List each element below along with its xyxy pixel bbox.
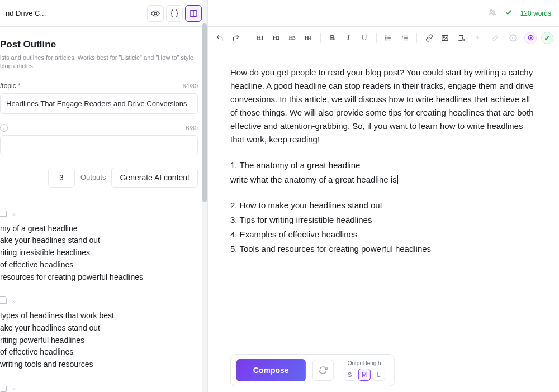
list-item: ake your headlines stand out [0,235,200,247]
list-item: my of a great headline [0,223,200,235]
scrollbar-thumb[interactable] [202,23,207,202]
text-cursor [397,175,398,184]
editor-pane: 120 words H1 H2 H3 H4 B I U [208,0,559,392]
undo-button[interactable] [214,31,226,45]
h4-button[interactable]: H4 [302,31,315,45]
list-item: riting powerful headlines [0,334,200,347]
compose-button[interactable]: Compose [236,359,306,381]
redo-button[interactable] [230,31,243,45]
code-view-button[interactable] [166,5,183,22]
svg-point-3 [490,10,492,12]
h3-button[interactable]: H3 [286,31,299,45]
copy-icon[interactable] [0,211,7,217]
ordered-list-button[interactable] [399,31,411,45]
list-item: ake your headlines stand out [0,322,200,334]
svg-point-8 [386,35,386,36]
doc-title: nd Drive C... [6,9,46,17]
svg-point-19 [512,37,514,39]
collaborators-icon[interactable] [488,8,497,18]
ai-settings-button[interactable] [506,31,520,45]
outline-item[interactable]: 4. Examples of effective headlines [230,228,537,241]
generate-button[interactable]: Generate AI content [111,168,198,188]
sidebar: nd Drive C... Post Outline ists and outl… [0,0,208,392]
result-block-3: » a catchy headline n easy-to-read style… [0,385,200,392]
regenerate-button[interactable] [312,360,334,381]
copy-icon[interactable] [0,298,7,304]
layout-split-icon [189,9,198,18]
template-description: ists and outlines for articles. Works be… [0,54,200,71]
toolbar-separator [376,33,377,43]
bold-button[interactable]: B [326,31,339,45]
outline-item[interactable]: 3. Tips for writing irresistible headlin… [230,213,537,227]
underline-button[interactable]: U [358,31,371,45]
clear-format-button[interactable] [454,31,467,45]
tone-counter: 6/80 [186,125,198,131]
template-name: Post Outline [0,39,197,50]
chevron-right-icon[interactable]: » [12,385,15,392]
chevron-right-icon[interactable]: » [12,298,15,304]
split-view-button[interactable] [185,5,202,22]
italic-button[interactable]: I [342,31,355,45]
toolbar-separator [416,33,417,43]
output-length-l[interactable]: L [373,369,385,381]
result-block-1: » my of a great headline ake your headli… [0,211,200,283]
toolbar-separator [320,33,321,43]
editor-toolbar: H1 H2 H3 H4 B I U [208,27,559,49]
outputs-count-input[interactable]: 3 [48,168,75,188]
compose-bar: Compose Output length S M L [230,354,395,386]
editor-body[interactable]: How do you get people to read your blog … [208,49,559,392]
view-toggle-group [147,5,202,22]
copy-icon[interactable] [0,385,7,392]
tone-input[interactable] [0,135,198,155]
svg-point-9 [386,37,386,38]
list-item: types of headlines that work best [0,310,200,322]
h1-button[interactable]: H1 [254,31,267,45]
outline-item[interactable]: 1. The anatomy of a great headline [230,159,537,172]
ai-wand-button[interactable] [489,31,502,45]
ai-sparkle-button[interactable] [471,31,484,45]
brackets-icon [170,9,179,18]
toolbar-separator [248,33,248,43]
output-length-s[interactable]: S [344,369,356,381]
sidebar-scroll-area[interactable]: Post Outline ists and outlines for artic… [0,27,207,392]
svg-point-0 [154,12,157,15]
check-icon [505,8,513,18]
list-item: riting irresistible headlines [0,247,200,259]
outline-subtext[interactable]: write what the anatomy of a great headli… [230,173,537,187]
field-label: /topic * [0,82,21,90]
topic-input[interactable] [0,93,198,114]
field-counter: 64/80 [182,83,198,89]
divider [0,200,205,200]
h2-button[interactable]: H2 [270,31,283,45]
scrollbar-track[interactable] [202,0,207,392]
output-length-m[interactable]: M [358,369,371,381]
svg-point-10 [386,39,386,40]
output-length-group: Output length S M L [340,360,389,381]
list-item: of effective headlines [0,346,200,358]
svg-point-4 [493,11,495,12]
intro-paragraph[interactable]: How do you get people to read your blog … [230,66,537,146]
list-item: resources for creating powerful headline… [0,271,200,284]
bullet-list-button[interactable] [382,31,395,45]
clock-icon [0,124,8,132]
ai-score-badge[interactable]: ⦿ [524,32,537,44]
word-count: 120 words [520,9,551,17]
sidebar-top-bar: nd Drive C... [0,0,207,27]
image-button[interactable] [439,31,452,45]
list-item: writing tools and resources [0,358,200,371]
eye-icon [151,9,160,18]
outputs-label: Outputs [80,173,106,181]
output-length-label: Output length [348,360,381,366]
list-item: of effective headlines [0,259,200,271]
preview-view-button[interactable] [147,5,164,22]
editor-status-bar: 120 words [208,0,559,27]
link-button[interactable] [423,31,435,45]
outline-item[interactable]: 5. Tools and resources for creating powe… [230,242,537,256]
svg-point-15 [443,36,444,37]
outline-item[interactable]: 2. How to make your headlines stand out [230,199,537,212]
quality-score-badge[interactable]: ✓ [541,32,553,44]
chevron-right-icon[interactable]: » [12,211,15,217]
result-block-2: » types of headlines that work best ake … [0,298,200,370]
